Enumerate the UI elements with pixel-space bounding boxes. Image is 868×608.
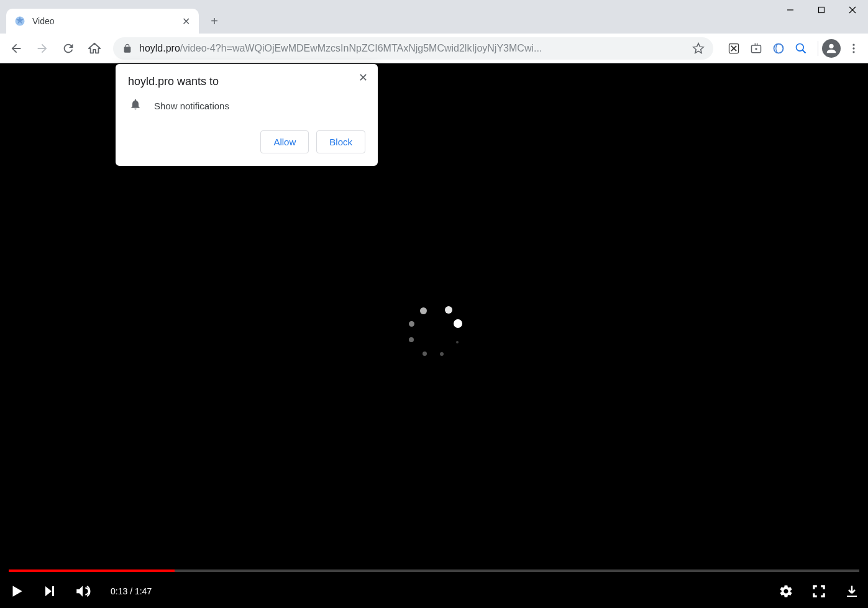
- svg-point-13: [829, 43, 833, 48]
- extension-icon-2[interactable]: [749, 42, 763, 55]
- volume-button[interactable]: [75, 583, 91, 599]
- tab-strip: Video ✕ +: [0, 5, 868, 34]
- minimize-button[interactable]: [775, 0, 806, 20]
- allow-button[interactable]: Allow: [260, 130, 309, 153]
- title-bar: [0, 0, 868, 5]
- bookmark-star-icon[interactable]: [692, 42, 705, 55]
- back-button[interactable]: [5, 37, 27, 60]
- svg-rect-17: [52, 586, 54, 596]
- svg-point-14: [852, 43, 854, 45]
- reload-button[interactable]: [57, 37, 80, 60]
- home-button[interactable]: [83, 37, 106, 60]
- toolbar-divider: [818, 41, 818, 56]
- lock-icon[interactable]: [122, 43, 133, 54]
- current-time: 0:13: [111, 586, 127, 596]
- url-host: hoyld.pro: [139, 43, 180, 53]
- popup-close-button[interactable]: ✕: [357, 71, 369, 84]
- url-path: /video-4?h=waWQiOjEwMDEwMzcsInNpZCI6MTAx…: [180, 43, 542, 53]
- tab-close-button[interactable]: ✕: [180, 16, 191, 27]
- extension-icons: [727, 42, 808, 55]
- svg-point-11: [797, 43, 804, 51]
- toolbar: hoyld.pro/video-4?h=waWQiOjEwMDEwMzcsInN…: [0, 34, 868, 63]
- extension-icon-3[interactable]: [772, 42, 785, 55]
- close-window-button[interactable]: [837, 0, 868, 20]
- time-display: 0:13 / 1:47: [111, 586, 152, 596]
- extension-icon-1[interactable]: [727, 42, 741, 55]
- time-separator: /: [127, 586, 135, 596]
- svg-line-12: [803, 50, 806, 53]
- settings-button[interactable]: [779, 584, 793, 599]
- popup-body-text: Show notifications: [154, 101, 229, 111]
- download-button[interactable]: [844, 584, 859, 599]
- profile-avatar-icon[interactable]: [822, 39, 841, 58]
- block-button[interactable]: Block: [316, 130, 365, 153]
- next-button[interactable]: [42, 584, 57, 599]
- extension-icon-4[interactable]: [794, 42, 808, 55]
- video-progress-bar[interactable]: [9, 569, 859, 572]
- svg-point-16: [852, 51, 854, 53]
- svg-point-15: [852, 47, 854, 49]
- svg-point-9: [755, 48, 757, 50]
- tab-title: Video: [32, 16, 180, 26]
- maximize-button[interactable]: [806, 0, 837, 20]
- fullscreen-button[interactable]: [811, 583, 827, 599]
- tab-favicon-icon: [14, 15, 26, 27]
- loading-spinner-icon: [406, 302, 462, 358]
- video-progress-fill: [9, 569, 175, 572]
- url-text: hoyld.pro/video-4?h=waWQiOjEwMDEwMzcsInN…: [139, 43, 692, 54]
- video-controls: 0:13 / 1:47: [0, 574, 868, 608]
- popup-title: hoyld.pro wants to: [128, 75, 365, 88]
- forward-button[interactable]: [31, 37, 53, 60]
- svg-rect-1: [819, 7, 825, 13]
- browser-tab[interactable]: Video ✕: [6, 9, 199, 34]
- kebab-menu-icon[interactable]: [844, 39, 863, 58]
- bell-icon: [129, 98, 142, 113]
- address-bar[interactable]: hoyld.pro/video-4?h=waWQiOjEwMDEwMzcsInN…: [113, 37, 713, 60]
- new-tab-button[interactable]: +: [205, 12, 224, 30]
- window-controls: [775, 0, 868, 25]
- play-button[interactable]: [9, 583, 25, 599]
- duration: 1:47: [135, 586, 152, 596]
- notification-permission-popup: ✕ hoyld.pro wants to Show notifications …: [116, 64, 378, 166]
